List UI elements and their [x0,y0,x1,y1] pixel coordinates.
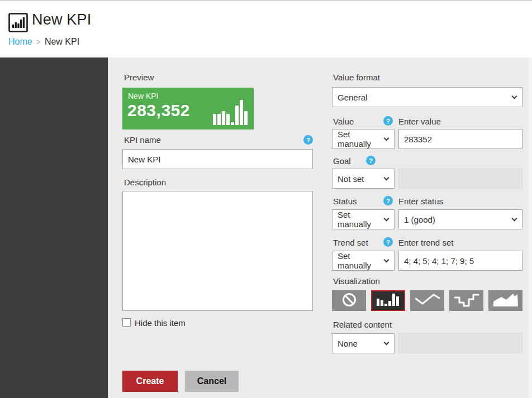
value-mode-selected: Set manually [338,130,380,148]
related-content-label: Related content [333,320,392,329]
cancel-button[interactable]: Cancel [185,371,239,392]
kpi-bar-chart-icon [8,12,28,33]
bar-chart-icon [376,292,401,309]
value-format-selected: General [338,93,367,102]
chevron-down-icon [384,215,390,221]
enter-value-label: Enter value [398,117,441,126]
visualization-area-button[interactable] [488,290,522,311]
kpi-preview-trend-bars [213,100,248,125]
chevron-down-icon [384,135,390,141]
scrollbar-track[interactable] [528,57,532,398]
new-kpi-page: New KPI Home>New KPI Preview New KPI 283… [0,0,532,398]
value-format-label: Value format [333,73,380,82]
step-chart-icon [453,292,481,309]
kpi-preview-title: New KPI [128,92,158,100]
goal-help-icon[interactable]: ? [366,156,376,165]
chevron-down-icon [384,257,390,262]
breadcrumb-current: New KPI [45,37,79,46]
related-content-select[interactable]: None [332,333,395,353]
goal-input [398,169,522,189]
goal-label: Goal [333,156,351,166]
page-title: New KPI [32,11,91,28]
status-mode-select[interactable]: Set manually [332,209,395,229]
value-input[interactable] [398,129,522,149]
description-textarea[interactable] [122,191,313,311]
enter-status-label: Enter status [398,196,443,206]
line-chart-icon [414,292,441,309]
related-content-selected: None [338,339,358,348]
visualization-none-button[interactable] [332,290,366,311]
trend-set-label: Trend set [333,238,368,247]
breadcrumb-separator: > [36,37,41,46]
goal-mode-selected: Not set [338,174,364,184]
top-border-line [0,0,532,1]
description-label: Description [124,178,166,187]
left-sidebar [0,57,108,398]
trend-mode-select[interactable]: Set manually [332,251,395,271]
kpi-preview-card: New KPI 283,352 [122,88,254,130]
trend-set-help-icon[interactable]: ? [383,237,393,247]
preview-label: Preview [124,73,154,82]
visualization-line-button[interactable] [410,290,444,311]
trend-set-input[interactable] [398,251,522,271]
create-button[interactable]: Create [122,371,178,392]
area-chart-icon [492,292,520,309]
value-help-icon[interactable]: ? [383,116,393,126]
status-value-selected: 1 (good) [404,215,435,224]
related-content-input [398,333,522,353]
hide-item-label: Hide this item [135,318,186,328]
visualization-label: Visualization [333,276,380,286]
visualization-options [332,290,522,311]
value-mode-select[interactable]: Set manually [332,129,395,149]
chevron-down-icon [512,215,517,221]
status-help-icon[interactable]: ? [383,196,393,205]
enter-trend-set-label: Enter trend set [398,238,453,247]
status-value-select[interactable]: 1 (good) [398,209,522,229]
no-visualization-icon [340,291,359,310]
breadcrumb-home-link[interactable]: Home [8,37,32,46]
visualization-bar-button[interactable] [371,290,405,311]
chevron-down-icon [384,339,390,345]
goal-mode-select[interactable]: Not set [332,169,395,189]
value-label: Value [333,117,354,126]
hide-item-checkbox[interactable] [122,318,131,327]
kpi-preview-value: 283,352 [127,101,190,120]
chevron-down-icon [384,175,390,180]
chevron-down-icon [512,93,517,99]
kpi-name-help-icon[interactable]: ? [303,135,313,145]
breadcrumb: Home>New KPI [8,37,79,47]
status-label: Status [333,196,357,206]
kpi-name-input[interactable] [122,149,313,169]
kpi-name-label: KPI name [124,135,161,145]
status-mode-selected: Set manually [338,210,380,229]
trend-mode-selected: Set manually [338,251,380,270]
value-format-select[interactable]: General [332,87,522,107]
visualization-step-button[interactable] [449,290,483,311]
